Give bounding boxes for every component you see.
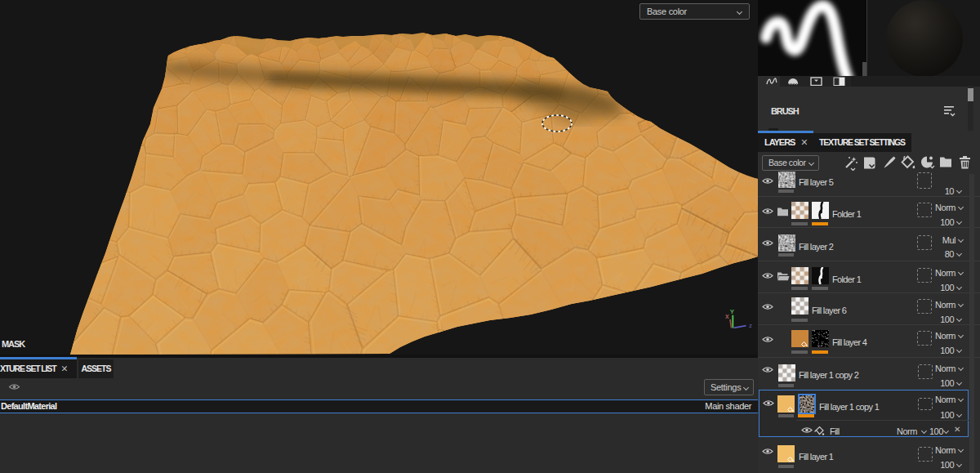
svg-text:Y: Y (730, 308, 735, 315)
svg-text:z: z (749, 322, 752, 329)
svg-text:x: x (725, 312, 729, 320)
